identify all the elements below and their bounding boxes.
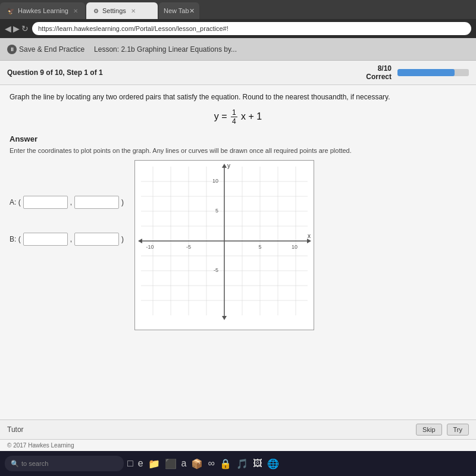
browser-chrome: 🦅 Hawkes Learning ✕ ⚙ Settings ✕ New Tab… <box>0 0 476 38</box>
bottom-bar: Tutor Skip Try <box>0 419 476 439</box>
svg-text:5: 5 <box>258 244 261 250</box>
svg-text:10: 10 <box>292 244 298 250</box>
copyright-text: © 2017 Hawkes Learning <box>7 442 74 449</box>
tab-bar: 🦅 Hawkes Learning ✕ ⚙ Settings ✕ New Tab… <box>0 0 476 19</box>
point-b-close-paren: ) <box>121 235 124 243</box>
search-bar[interactable]: 🔍 to search <box>5 456 124 471</box>
taskbar-box-icon[interactable]: 📦 <box>191 458 203 469</box>
point-b-y-input[interactable] <box>74 233 119 246</box>
score-section: 8/10 Correct <box>366 64 469 81</box>
answer-section: Answer Enter the coordinates to plot poi… <box>10 134 466 330</box>
tab-label-settings: Settings <box>102 7 126 14</box>
svg-text:10: 10 <box>212 178 218 184</box>
taskbar-folder-icon[interactable]: 📁 <box>148 458 160 469</box>
equation-y: y = <box>214 111 230 121</box>
tab-label-newtab: New Tab <box>164 7 189 14</box>
skip-button[interactable]: Skip <box>416 424 441 436</box>
point-b-comma: , <box>70 235 72 243</box>
taskbar-edge-icon[interactable]: e <box>138 458 143 469</box>
score-fraction: 8/10 <box>366 64 392 73</box>
tab-hawkes[interactable]: 🦅 Hawkes Learning ✕ <box>0 2 85 19</box>
tab-favicon-hawkes: 🦅 <box>7 8 14 14</box>
coordinate-graph: x y -10 -5 5 10 10 5 -5 <box>135 161 314 327</box>
taskbar-store-icon[interactable]: ⬛ <box>165 458 177 469</box>
point-a-y-input[interactable] <box>74 196 119 209</box>
fraction-numerator: 1 <box>231 108 237 117</box>
page-content: ⏸ Save & End Practice Lesson: 2.1b Graph… <box>0 38 476 451</box>
svg-text:-5: -5 <box>214 267 218 273</box>
tab-settings[interactable]: ⚙ Settings ✕ <box>86 2 158 19</box>
graph-container[interactable]: x y -10 -5 5 10 10 5 -5 <box>134 160 314 330</box>
taskbar-windows-icon[interactable]: □ <box>127 458 133 469</box>
tab-favicon-settings: ⚙ <box>93 8 99 14</box>
progress-bar <box>397 69 469 76</box>
svg-text:-10: -10 <box>146 244 154 250</box>
tab-label-hawkes: Hawkes Learning <box>18 7 68 14</box>
nav-buttons: ◀ ▶ ↻ <box>5 24 29 33</box>
main-area: Graph the line by locating any two order… <box>0 85 476 419</box>
point-a-label: A: ( <box>10 198 21 206</box>
taskbar-infinity-icon[interactable]: ∞ <box>208 458 214 469</box>
point-a-x-input[interactable] <box>23 196 68 209</box>
tab-close-hawkes[interactable]: ✕ <box>73 8 78 14</box>
question-info: Question 9 of 10, Step 1 of 1 <box>7 68 103 77</box>
score-display: 8/10 Correct <box>366 64 392 81</box>
svg-marker-23 <box>222 316 227 320</box>
footer: © 2017 Hawkes Learning <box>0 439 476 451</box>
progress-fill <box>397 69 455 76</box>
question-text: Graph the line by locating any two order… <box>10 92 466 102</box>
search-icon: 🔍 <box>11 460 19 468</box>
tutor-button[interactable]: Tutor <box>7 425 24 434</box>
point-b-row: B: ( , ) <box>10 233 129 246</box>
taskbar-globe-icon[interactable]: 🌐 <box>267 458 279 469</box>
save-end-button[interactable]: ⏸ Save & End Practice <box>7 45 84 54</box>
fraction-one-fourth: 1 4 <box>231 108 237 126</box>
taskbar: 🔍 to search □ e 📁 ⬛ a 📦 ∞ 🔒 🎵 🖼 🌐 <box>0 451 476 476</box>
search-placeholder: to search <box>21 460 48 467</box>
toolbar: ⏸ Save & End Practice Lesson: 2.1b Graph… <box>0 38 476 61</box>
save-icon: ⏸ <box>7 45 17 54</box>
inputs-column: A: ( , ) B: ( , ) <box>10 160 129 246</box>
fraction-denominator: 4 <box>231 117 237 126</box>
taskbar-a-icon[interactable]: a <box>181 458 187 469</box>
save-end-label: Save & End Practice <box>19 45 84 54</box>
svg-marker-19 <box>138 239 142 243</box>
svg-marker-22 <box>222 164 227 168</box>
answer-instruction: Enter the coordinates to plot points on … <box>10 147 466 154</box>
address-bar-row: ◀ ▶ ↻ https://learn.hawkeslearning.com/P… <box>0 19 476 38</box>
equation-rest: x + 1 <box>241 111 262 121</box>
lesson-title: Lesson: 2.1b Graphing Linear Equations b… <box>94 45 237 54</box>
graph-inputs-layout: A: ( , ) B: ( , ) <box>10 160 466 330</box>
point-a-row: A: ( , ) <box>10 196 129 209</box>
address-text: https://learn.hawkeslearning.com/Portal/… <box>38 25 228 32</box>
refresh-button[interactable]: ↻ <box>21 24 29 33</box>
point-a-comma: , <box>70 198 72 206</box>
forward-button[interactable]: ▶ <box>13 24 20 33</box>
tab-newtab[interactable]: New Tab ✕ <box>159 2 199 19</box>
svg-text:x: x <box>308 233 311 239</box>
point-b-label: B: ( <box>10 235 21 243</box>
taskbar-image-icon[interactable]: 🖼 <box>253 458 262 469</box>
taskbar-icons: □ e 📁 ⬛ a 📦 ∞ 🔒 🎵 🖼 🌐 <box>127 458 279 469</box>
svg-text:y: y <box>227 162 230 169</box>
back-button[interactable]: ◀ <box>5 24 11 33</box>
point-b-x-input[interactable] <box>23 233 68 246</box>
taskbar-lock-icon[interactable]: 🔒 <box>220 458 231 469</box>
svg-text:-5: -5 <box>186 244 191 250</box>
svg-marker-20 <box>307 239 311 243</box>
svg-text:5: 5 <box>215 208 218 214</box>
tab-close-newtab[interactable]: ✕ <box>189 7 195 15</box>
equation-display: y = 1 4 x + 1 <box>10 108 466 126</box>
action-buttons: Skip Try <box>416 424 469 436</box>
question-header: Question 9 of 10, Step 1 of 1 8/10 Corre… <box>0 61 476 85</box>
tab-close-settings[interactable]: ✕ <box>131 8 136 14</box>
address-input[interactable]: https://learn.hawkeslearning.com/Portal/… <box>32 22 471 35</box>
answer-label: Answer <box>10 134 466 143</box>
try-button[interactable]: Try <box>447 424 469 436</box>
point-a-close-paren: ) <box>121 198 124 206</box>
taskbar-music-icon[interactable]: 🎵 <box>236 458 248 469</box>
correct-label: Correct <box>366 73 392 81</box>
